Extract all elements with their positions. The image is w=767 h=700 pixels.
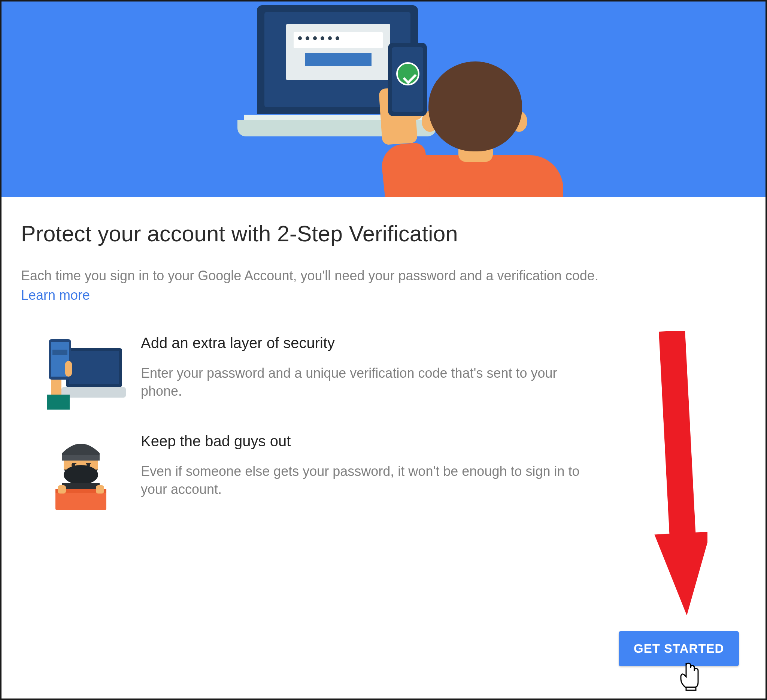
learn-more-link[interactable]: Learn more	[21, 287, 90, 303]
svg-rect-8	[62, 455, 100, 461]
main-content: Protect your account with 2-Step Verific…	[2, 197, 765, 512]
svg-rect-3	[47, 395, 70, 410]
hero-banner	[2, 2, 765, 197]
hero-person-illustration	[357, 46, 582, 197]
feature-title: Add an extra layer of security	[141, 335, 590, 351]
feature-icon-phone-laptop	[21, 335, 141, 410]
svg-rect-18	[58, 485, 66, 494]
svg-rect-6	[53, 350, 67, 355]
svg-rect-13	[86, 463, 91, 464]
feature-row-security-layer: Add an extra layer of security Enter you…	[21, 335, 748, 410]
page-title: Protect your account with 2-Step Verific…	[21, 221, 748, 247]
svg-rect-12	[72, 463, 76, 464]
feature-desc: Even if someone else gets your password,…	[141, 462, 590, 499]
svg-rect-19	[96, 485, 104, 494]
checkmark-icon	[396, 62, 419, 85]
page-subtitle: Each time you sign in to your Google Acc…	[21, 267, 748, 285]
svg-rect-7	[65, 361, 72, 376]
feature-row-bad-guys: Keep the bad guys out Even if someone el…	[21, 433, 748, 512]
svg-rect-1	[69, 351, 119, 384]
svg-rect-20	[686, 687, 696, 690]
feature-icon-burglar	[21, 433, 141, 512]
feature-desc: Enter your password and a unique verific…	[141, 364, 590, 400]
get-started-button[interactable]: GET STARTED	[619, 631, 739, 666]
page-frame: Protect your account with 2-Step Verific…	[0, 0, 767, 700]
feature-title: Keep the bad guys out	[141, 433, 590, 450]
svg-rect-2	[61, 387, 126, 398]
svg-point-14	[64, 465, 98, 485]
